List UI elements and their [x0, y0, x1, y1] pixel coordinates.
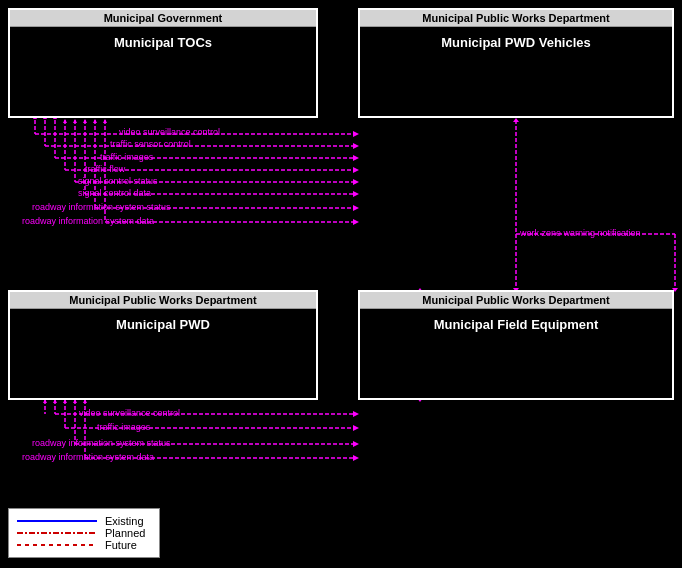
box-pwd-vehicles: Municipal Public Works Department Munici… [358, 8, 674, 118]
svg-marker-23 [353, 205, 359, 211]
flow-label-bottom-roadway-status: roadway information system status [32, 438, 171, 448]
flow-label-bottom-images: traffic images [97, 422, 150, 432]
svg-marker-15 [353, 179, 359, 185]
flow-label-work-zone: work zone warning notification [520, 228, 641, 238]
legend-planned: Planned [17, 527, 145, 539]
legend-future: Future [17, 539, 145, 551]
legend-existing: Existing [17, 515, 145, 527]
field-title: Municipal Field Equipment [360, 309, 672, 336]
flow-label-signal-data: signal control data [78, 188, 151, 198]
flow-label-bottom-video: video surveillance control [79, 408, 180, 418]
legend-future-line [17, 540, 97, 550]
box-pwd: Municipal Public Works Department Munici… [8, 290, 318, 400]
pwd-vehicles-dept: Municipal Public Works Department [360, 10, 672, 27]
svg-marker-8 [353, 155, 359, 161]
svg-marker-48 [353, 441, 359, 447]
legend-planned-label: Planned [105, 527, 145, 539]
field-dept: Municipal Public Works Department [360, 292, 672, 309]
svg-marker-12 [63, 119, 67, 123]
svg-marker-27 [353, 219, 359, 225]
pwd-title: Municipal PWD [10, 309, 316, 336]
svg-marker-19 [353, 191, 359, 197]
svg-marker-28 [103, 119, 107, 123]
toc-title: Municipal TOCs [10, 27, 316, 54]
svg-marker-2 [353, 131, 359, 137]
flow-label-traffic-images: traffic images [100, 152, 153, 162]
svg-marker-11 [353, 167, 359, 173]
svg-marker-24 [93, 119, 97, 123]
flow-label-roadway-status: roadway information system status [32, 202, 171, 212]
svg-marker-20 [83, 119, 87, 123]
svg-marker-5 [353, 143, 359, 149]
flow-label-signal-status: signal control status [78, 176, 158, 186]
toc-dept: Municipal Government [10, 10, 316, 27]
svg-marker-52 [353, 455, 359, 461]
legend-box: Existing Planned Future [8, 508, 160, 558]
legend-future-label: Future [105, 539, 137, 551]
pwd-vehicles-title: Municipal PWD Vehicles [360, 27, 672, 54]
flow-label-traffic-sensor: traffic sensor control [110, 139, 191, 149]
svg-marker-40 [353, 411, 359, 417]
flow-label-roadway-data: roadway information system data [22, 216, 154, 226]
box-field: Municipal Public Works Department Munici… [358, 290, 674, 400]
diagram-container: Municipal Government Municipal TOCs Muni… [0, 0, 682, 568]
pwd-dept: Municipal Public Works Department [10, 292, 316, 309]
flow-label-video-surveillance: video surveillance control [119, 127, 220, 137]
legend-existing-line [17, 516, 97, 526]
flow-label-traffic-flow: traffic flow [85, 164, 125, 174]
legend-planned-line [17, 528, 97, 538]
legend-existing-label: Existing [105, 515, 144, 527]
svg-marker-44 [353, 425, 359, 431]
box-toc: Municipal Government Municipal TOCs [8, 8, 318, 118]
svg-marker-16 [73, 119, 77, 123]
svg-marker-36 [513, 118, 519, 122]
flow-label-bottom-roadway-data: roadway information system data [22, 452, 154, 462]
